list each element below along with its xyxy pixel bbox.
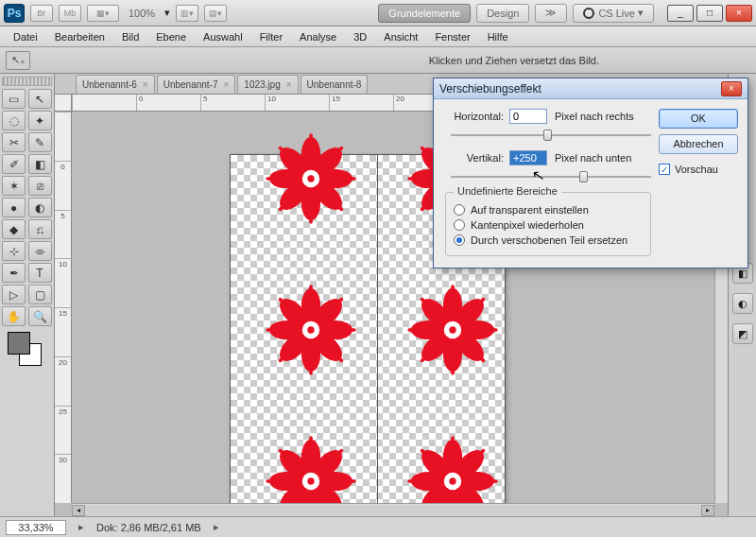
menu-bearbeiten[interactable]: Bearbeiten <box>47 28 112 45</box>
current-tool-icon[interactable]: ↖₊ <box>6 51 30 70</box>
tool-button[interactable]: ✒ <box>2 263 26 283</box>
tool-button[interactable]: ◐ <box>28 198 52 217</box>
tool-button[interactable]: ● <box>2 198 26 217</box>
menu-ebene[interactable]: Ebene <box>148 28 194 45</box>
workspace-active[interactable]: Grundelemente <box>378 4 471 23</box>
status-bar: 33,33% ▸ Dok: 2,86 MB/2,61 MB ▸ <box>0 516 756 537</box>
horizontal-input[interactable] <box>509 109 547 124</box>
menu-auswahl[interactable]: Auswahl <box>196 28 250 45</box>
menu-ansicht[interactable]: Ansicht <box>376 28 425 45</box>
status-menu-icon[interactable]: ▸ <box>211 521 222 533</box>
minibridge-button[interactable]: Mb <box>59 5 81 22</box>
doc-size: Dok: 2,86 MB/2,61 MB <box>96 522 201 533</box>
tool-button[interactable]: ✐ <box>2 154 26 174</box>
tool-button[interactable]: ✂ <box>2 132 26 152</box>
screen-mode-button[interactable]: ▦▾ <box>87 5 119 22</box>
scroll-track[interactable] <box>85 505 701 516</box>
zoom-field[interactable]: 33,33% <box>6 520 66 535</box>
svg-rect-13 <box>266 177 276 181</box>
tool-button[interactable]: ▷ <box>2 285 26 304</box>
cslive-button[interactable]: CS Live ▾ <box>573 4 654 23</box>
svg-rect-45 <box>309 365 313 375</box>
doc-tab[interactable]: 1023.jpg× <box>237 75 298 94</box>
tool-button[interactable]: ◧ <box>28 154 52 174</box>
tool-button[interactable]: ✦ <box>28 111 52 130</box>
tool-button[interactable]: ✋ <box>2 306 26 326</box>
tab-close-icon[interactable]: × <box>286 79 292 90</box>
menu-hilfe[interactable]: Hilfe <box>480 28 516 45</box>
tool-button[interactable]: ✎ <box>28 132 52 152</box>
ruler-tick: 0 <box>136 95 200 111</box>
arrange-button[interactable]: ▥▾ <box>176 5 198 22</box>
ruler-origin[interactable] <box>55 95 72 112</box>
panel-icon[interactable]: ◐ <box>732 293 753 314</box>
scrollbar-horizontal[interactable]: ◂ ▸ <box>72 503 714 516</box>
tool-button[interactable]: ▢ <box>28 285 52 304</box>
color-swatches[interactable] <box>8 332 45 370</box>
panel-icon[interactable]: ◩ <box>732 323 753 344</box>
radio-icon <box>454 219 465 231</box>
menu-fenster[interactable]: Fenster <box>427 28 477 45</box>
svg-rect-59 <box>488 328 498 332</box>
tab-close-icon[interactable]: × <box>143 79 148 90</box>
svg-rect-95 <box>488 479 498 483</box>
workspace-design[interactable]: Design <box>476 4 529 23</box>
menu-datei[interactable]: Datei <box>6 28 45 45</box>
ok-button[interactable]: OK <box>659 109 738 129</box>
menu-3d[interactable]: 3D <box>346 28 374 45</box>
tool-button[interactable]: ◆ <box>2 219 26 239</box>
tool-button[interactable]: ⊹ <box>2 241 26 261</box>
radio-transparent[interactable]: Auf transparent einstellen <box>454 204 643 216</box>
flower-shape <box>259 278 363 382</box>
tab-close-icon[interactable]: × <box>224 79 230 90</box>
ruler-vertical[interactable]: 051015202530 <box>55 112 72 503</box>
svg-rect-9 <box>309 214 313 224</box>
svg-rect-5 <box>346 177 356 181</box>
zoom-level[interactable]: 100% <box>129 8 155 19</box>
svg-rect-77 <box>346 479 356 483</box>
status-caret-icon[interactable]: ▸ <box>76 521 87 533</box>
tool-button[interactable]: 🔍 <box>28 306 52 326</box>
radio-wrap[interactable]: Durch verschobenen Teil ersetzen <box>454 234 643 246</box>
tool-button[interactable]: ⎚ <box>28 176 52 196</box>
svg-point-107 <box>449 477 455 484</box>
bridge-button[interactable]: Br <box>30 5 53 22</box>
foreground-swatch[interactable] <box>8 332 30 355</box>
window-maximize[interactable]: □ <box>696 5 723 22</box>
tool-button[interactable]: ⎌ <box>28 219 52 239</box>
title-bar: Ps Br Mb ▦▾ 100%▾ ▥▾ ▤▾ Grundelemente De… <box>0 0 756 26</box>
doc-tab[interactable]: Unbenannt-8 <box>301 75 369 94</box>
offset-dialog: Verschiebungseffekt × Horizontal: Pixel … <box>433 78 748 268</box>
dialog-close-button[interactable]: × <box>721 81 742 96</box>
scroll-left-icon[interactable]: ◂ <box>72 505 85 516</box>
tool-button[interactable]: ▭ <box>2 89 26 109</box>
doc-tab[interactable]: Unbenannt-6× <box>76 75 155 94</box>
ruler-tick: 5 <box>55 210 71 259</box>
menu-filter[interactable]: Filter <box>252 28 290 45</box>
tool-button[interactable]: ◌ <box>2 111 26 130</box>
horizontal-slider[interactable] <box>451 128 651 143</box>
svg-rect-85 <box>266 479 276 483</box>
vertical-input[interactable] <box>509 150 547 165</box>
doc-tab[interactable]: Unbenannt-7× <box>157 75 236 94</box>
scroll-right-icon[interactable]: ▸ <box>701 505 714 516</box>
window-close[interactable]: × <box>726 5 752 22</box>
menu-analyse[interactable]: Analyse <box>292 28 344 45</box>
preview-checkbox[interactable]: ✓ Vorschau <box>659 164 738 175</box>
tool-button[interactable]: ↖ <box>28 89 52 109</box>
tool-button[interactable]: ⌯ <box>28 241 52 261</box>
guide-vertical[interactable] <box>377 155 378 503</box>
window-minimize[interactable]: _ <box>667 5 694 22</box>
dialog-title-bar[interactable]: Verschiebungseffekt × <box>434 78 747 99</box>
toolbox-grip[interactable] <box>2 77 52 86</box>
menu-bild[interactable]: Bild <box>114 28 146 45</box>
tool-button[interactable]: T <box>28 263 52 283</box>
tool-button[interactable]: ✶ <box>2 176 26 196</box>
vertical-slider[interactable] <box>451 169 651 184</box>
radio-edge[interactable]: Kantenpixel wiederholen <box>454 219 643 231</box>
ruler-tick: 10 <box>265 95 329 111</box>
cancel-button[interactable]: Abbrechen <box>659 134 738 154</box>
workspace-more[interactable]: ≫ <box>535 4 567 23</box>
menu-bar: Datei Bearbeiten Bild Ebene Auswahl Filt… <box>0 26 756 47</box>
extras-button[interactable]: ▤▾ <box>204 5 227 22</box>
